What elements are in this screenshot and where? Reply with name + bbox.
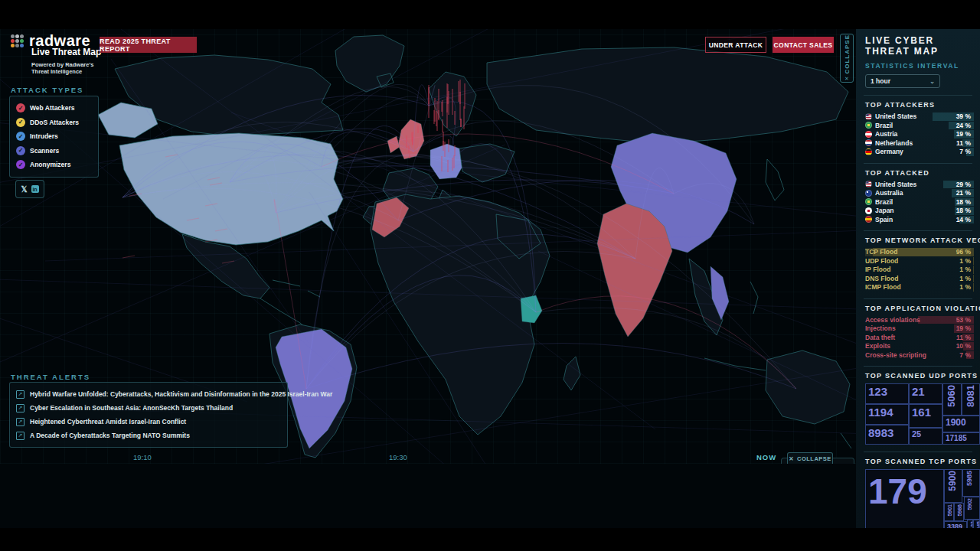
under-attack-button[interactable]: UNDER ATTACK (705, 37, 766, 53)
stat-row: Data theft11 % (865, 334, 971, 342)
world-map[interactable]: radware Live Threat Map Powered by Radwa… (0, 29, 856, 464)
threat-alert-link[interactable]: ↗ Cyber Escalation in Southeast Asia: An… (16, 401, 281, 415)
check-icon: ✓ (16, 132, 25, 141)
country-mexico (182, 234, 270, 298)
udp-port-cell: 5060 (942, 383, 962, 416)
stat-row: UDP Flood1 % (865, 257, 971, 266)
udp-port-cell: 161 (909, 404, 942, 428)
country-australia (766, 350, 850, 424)
udp-port-cell: 17185 (942, 432, 980, 445)
attack-type-web-attackers[interactable]: ✓ Web Attackers (16, 101, 92, 116)
tcp-port-cell: 445 (973, 520, 980, 528)
brand-subtitle: Live Threat Map (31, 47, 101, 57)
timeline-now-label: NOW (756, 453, 776, 461)
stat-row: Japan18 % (865, 207, 971, 215)
udp-port-cell: 25 (909, 428, 942, 445)
top-violations-title: TOP APPLICATION VIOLATIONS (865, 305, 971, 312)
udp-port-cell: 1194 (865, 404, 909, 425)
udp-port-cell: 8983 (865, 425, 909, 445)
stat-row: Netherlands11 % (865, 139, 971, 148)
udp-ports-title: TOP SCANNED UDP PORTS (865, 372, 971, 380)
country-philippines (750, 282, 758, 314)
app-window: radware Live Threat Map Powered by Radwa… (0, 29, 980, 528)
country-madagascar (564, 357, 580, 390)
flag-australia-icon (865, 190, 872, 197)
tcp-port-cell: 179 (865, 469, 944, 528)
threat-alert-link[interactable]: ↗ A Decade of Cyberattacks Targeting NAT… (16, 429, 281, 442)
brand-name: radware (29, 34, 90, 47)
contact-sales-button[interactable]: CONTACT SALES (773, 37, 834, 53)
stat-row: DNS Flood1 % (865, 275, 971, 283)
panel-collapse-tab[interactable]: COLLAPSE ✕ (840, 34, 854, 83)
region-caribbean (273, 280, 320, 297)
country-japan (766, 159, 784, 201)
stat-row: IP Flood1 % (865, 266, 971, 274)
statistics-panel: LIVE CYBER THREAT MAP STATISTICS INTERVA… (856, 29, 980, 528)
interval-dropdown[interactable]: 1 hour ⌄ (865, 74, 940, 88)
attack-types-title: ATTACK TYPES (11, 86, 83, 94)
external-link-icon: ↗ (16, 404, 24, 412)
interval-value: 1 hour (871, 77, 890, 85)
flag-japan-icon (865, 207, 872, 214)
stat-row: Injections19 % (865, 324, 971, 333)
timeline-tick-label: 19:30 (389, 453, 407, 461)
udp-port-cell: 123 (865, 383, 909, 404)
close-icon: ✕ (789, 455, 794, 462)
attack-type-ddos-attackers[interactable]: ✓ DDoS Attackers (16, 116, 92, 130)
check-icon: ✓ (16, 103, 25, 112)
radware-threat-map-screen: radware Live Threat Map Powered by Radwa… (0, 0, 980, 551)
chevron-down-icon: ⌄ (929, 78, 935, 85)
tcp-port-cell: 5985 (962, 469, 980, 497)
attack-types-filter: ✓ Web Attackers ✓ DDoS Attackers ✓ Intru… (9, 96, 99, 178)
threat-alert-link[interactable]: ↗ Hybrid Warfare Unfolded: Cyberattacks,… (16, 387, 281, 401)
stat-row: United States39 % (865, 112, 971, 121)
read-threat-report-button[interactable]: READ 2025 THREAT REPORT (100, 37, 197, 53)
country-ireland (387, 136, 400, 153)
stat-row: Access violations53 % (865, 316, 971, 324)
flag-united-states-icon (865, 113, 872, 120)
timeline-collapse-button[interactable]: ✕ COLLAPSE (787, 452, 833, 464)
panel-collapse-label: COLLAPSE (844, 34, 851, 74)
top-attacked-list: United States29 % Australia21 % Brazil18… (865, 181, 971, 224)
check-icon: ✓ (16, 118, 25, 127)
threat-alert-link[interactable]: ↗ Heightened Cyberthreat Amidst Israel-I… (16, 415, 281, 429)
stat-row: Brazil18 % (865, 198, 971, 207)
linkedin-icon[interactable]: in (31, 185, 39, 193)
external-link-icon: ↗ (16, 432, 24, 440)
country-germany (430, 144, 464, 179)
check-icon: ✓ (16, 160, 25, 169)
udp-port-cell: 1900 (942, 416, 980, 432)
check-icon: ✓ (16, 146, 25, 155)
social-links: 𝕏 in (15, 180, 44, 198)
close-icon: ✕ (844, 76, 849, 82)
stat-row: Germany7 % (865, 148, 971, 156)
flag-spain-icon (865, 216, 872, 223)
stat-row: Australia21 % (865, 189, 971, 197)
attack-type-anonymizers[interactable]: ✓ Anonymizers (16, 158, 92, 172)
top-attackers-list: United States39 % Brazil24 % Austria19 %… (865, 112, 971, 156)
country-alaska (98, 103, 158, 138)
threat-alerts-title: THREAT ALERTS (11, 373, 90, 381)
udp-ports-treemap: 12321506080811194161190089832517185 (865, 383, 980, 445)
top-attackers-title: TOP ATTACKERS (865, 101, 971, 109)
tcp-port-cell: 5901 (944, 503, 954, 521)
stat-row: Exploits10 % (865, 342, 971, 350)
attack-type-intruders[interactable]: ✓ Intruders (16, 129, 92, 144)
attack-type-scanners[interactable]: ✓ Scanners (16, 144, 92, 158)
radware-logo: radware Live Threat Map Powered by Radwa… (11, 34, 101, 75)
external-link-icon: ↗ (16, 418, 24, 426)
threat-alerts-list: ↗ Hybrid Warfare Unfolded: Cyberattacks,… (9, 382, 288, 448)
x-twitter-icon[interactable]: 𝕏 (21, 185, 27, 194)
external-link-icon: ↗ (16, 390, 24, 399)
tcp-port-cell: 23 (967, 520, 973, 528)
udp-port-cell: 21 (909, 383, 942, 404)
tcp-port-cell: 5986 (954, 503, 964, 521)
timeline-axis: 19:10 19:30 NOW (0, 453, 856, 464)
tcp-port-cell: 5900 (944, 469, 962, 503)
timeline-tick-label: 19:10 (133, 453, 152, 461)
top-violations-list: Access violations53 % Injections19 % Dat… (865, 316, 971, 360)
stat-row: ICMP Flood1 % (865, 283, 971, 292)
region-russia-asia (487, 47, 848, 144)
stat-row: Spain14 % (865, 216, 971, 224)
top-attacked-title: TOP ATTACKED (865, 169, 971, 177)
